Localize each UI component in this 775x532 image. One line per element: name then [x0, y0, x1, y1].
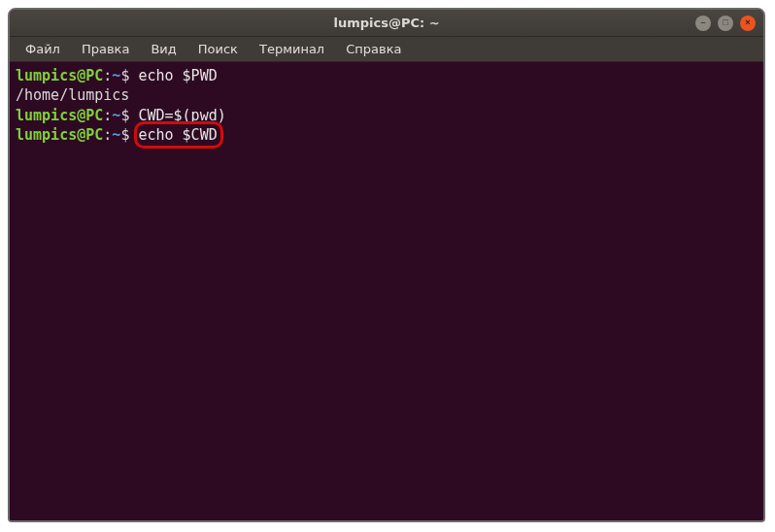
maximize-button[interactable]: □ [718, 16, 733, 31]
window-title: lumpics@PC: ~ [10, 16, 763, 30]
close-button[interactable]: × [740, 16, 756, 31]
prompt-separator: : [103, 107, 112, 124]
close-icon: × [745, 18, 750, 27]
terminal-line: lumpics@PC:~$ echo $PWD [16, 66, 758, 85]
prompt-symbol: $ [120, 126, 129, 144]
prompt-symbol: $ [120, 67, 129, 84]
prompt-user-host: lumpics@PC [16, 107, 103, 124]
prompt-symbol: $ [120, 107, 129, 124]
window-controls: – □ × [695, 16, 756, 31]
prompt-separator: : [103, 67, 112, 84]
menu-view[interactable]: Вид [141, 39, 185, 59]
terminal-line: lumpics@PC:~$ echo $CWD [16, 125, 758, 145]
menu-file[interactable]: Файл [16, 39, 70, 59]
prompt-user-host: lumpics@PC [16, 126, 103, 144]
menu-edit[interactable]: Правка [72, 39, 139, 59]
minimize-icon: – [700, 18, 705, 27]
command-text: CWD=$(pwd) [138, 107, 225, 124]
terminal-window: lumpics@PC: ~ – □ × Файл Правка Вид Поис… [8, 8, 765, 522]
terminal-line: /home/lumpics [16, 85, 758, 105]
menu-search[interactable]: Поиск [188, 39, 248, 59]
command-text: echo $CWD [138, 126, 217, 144]
prompt-separator: : [103, 126, 112, 144]
menu-help[interactable]: Справка [336, 39, 411, 59]
prompt-user-host: lumpics@PC [16, 67, 103, 84]
minimize-button[interactable]: – [695, 16, 711, 31]
command-text: echo $PWD [138, 67, 217, 84]
maximize-icon: □ [723, 18, 727, 27]
titlebar: lumpics@PC: ~ – □ × [10, 10, 763, 37]
terminal-body[interactable]: lumpics@PC:~$ echo $PWD /home/lumpics lu… [10, 62, 763, 520]
output-text: /home/lumpics [16, 86, 129, 104]
menu-terminal[interactable]: Терминал [250, 39, 334, 59]
highlighted-command: echo $CWD [138, 125, 217, 145]
menubar: Файл Правка Вид Поиск Терминал Справка [10, 37, 763, 62]
terminal-line: lumpics@PC:~$ CWD=$(pwd) [16, 106, 758, 125]
